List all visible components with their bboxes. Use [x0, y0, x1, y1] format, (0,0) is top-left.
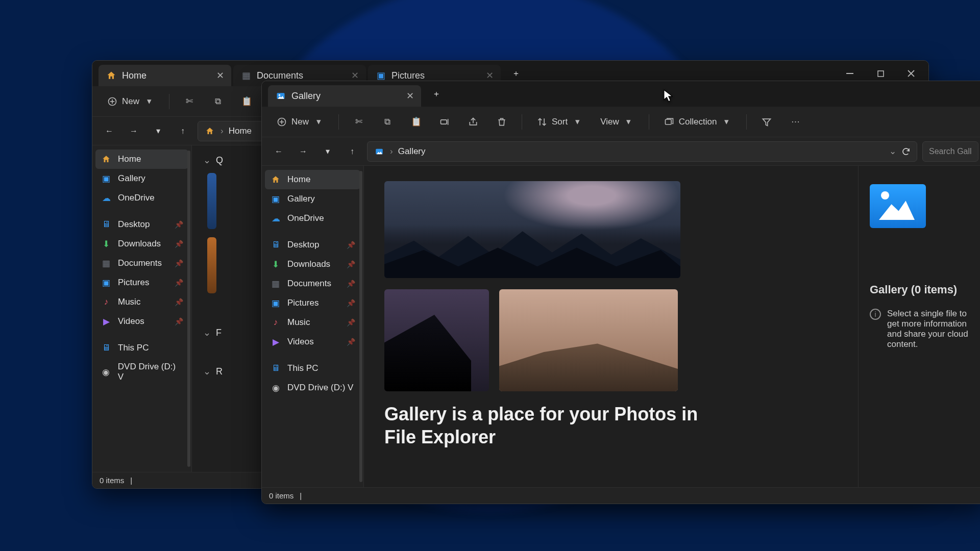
quick-access-thumb[interactable] [207, 173, 216, 229]
pin-icon[interactable]: 📌 [175, 240, 183, 248]
pin-icon[interactable]: 📌 [175, 298, 183, 306]
new-button[interactable]: New ▾ [271, 113, 329, 131]
sidebar-item-gallery[interactable]: ▣ Gallery [265, 189, 360, 209]
sidebar-item-videos[interactable]: ▶ Videos 📌 [265, 332, 360, 352]
sidebar-label: Music [118, 297, 140, 307]
sidebar-item-pictures[interactable]: ▣ Pictures 📌 [265, 293, 360, 313]
share-button[interactable] [462, 113, 484, 131]
sidebar-item-home[interactable]: Home [95, 149, 188, 169]
pin-icon[interactable]: 📌 [175, 259, 183, 267]
sidebar-item-dvd[interactable]: › ◉ DVD Drive (D:) V [95, 358, 188, 386]
forward-button[interactable]: → [293, 142, 313, 161]
sidebar-item-onedrive[interactable]: › ☁ OneDrive [265, 209, 360, 228]
gallery-headline: Gallery is a place for your Photos in Fi… [384, 403, 711, 448]
sidebar-label: DVD Drive (D:) V [118, 362, 183, 382]
sidebar-item-videos[interactable]: ▶ Videos 📌 [95, 312, 188, 331]
breadcrumb-root[interactable]: Gallery [398, 146, 426, 157]
sidebar-label: Gallery [287, 194, 315, 204]
sidebar-item-thispc[interactable]: › 🖥 This PC [265, 359, 360, 378]
copy-button[interactable]: ⧉ [377, 113, 398, 131]
sidebar-item-thispc[interactable]: › 🖥 This PC [95, 338, 188, 358]
sidebar-item-downloads[interactable]: ⬇ Downloads 📌 [95, 234, 188, 254]
status-bar: 0 items | [262, 487, 980, 504]
new-tab-button[interactable]: ＋ [427, 85, 446, 103]
chevron-down-icon[interactable]: ⌄ [203, 366, 211, 377]
view-label: View [600, 117, 619, 127]
tab-label: Documents [257, 70, 303, 81]
sidebar-scrollbar[interactable] [187, 151, 190, 467]
sidebar-scrollbar[interactable] [359, 171, 362, 482]
quick-access-thumb[interactable] [207, 237, 216, 293]
filter-button[interactable] [756, 113, 777, 131]
sidebar-label: Gallery [118, 173, 145, 184]
pin-icon[interactable]: 📌 [175, 220, 183, 229]
sidebar-item-documents[interactable]: ▦ Documents 📌 [265, 274, 360, 293]
titlebar[interactable]: Gallery ✕ ＋ [262, 81, 980, 107]
delete-button[interactable] [491, 113, 512, 131]
sidebar-item-home[interactable]: Home [265, 170, 360, 189]
address-bar[interactable]: › Gallery ⌄ [367, 141, 917, 162]
pin-icon[interactable]: 📌 [175, 317, 183, 325]
recent-locations-button[interactable]: ▾ [318, 142, 337, 161]
rename-button[interactable] [434, 113, 455, 131]
up-button[interactable]: ↑ [173, 121, 192, 141]
chevron-down-icon[interactable]: ⌄ [203, 327, 211, 338]
details-hint-text: Select a single file to get more informa… [887, 309, 974, 349]
cut-button[interactable]: ✄ [179, 93, 200, 110]
copy-button[interactable]: ⧉ [207, 93, 229, 110]
chevron-down-icon: ▾ [623, 116, 634, 128]
tab-gallery[interactable]: Gallery ✕ [268, 85, 421, 107]
tab-close-button[interactable]: ✕ [486, 70, 494, 81]
sidebar-item-downloads[interactable]: ⬇ Downloads 📌 [265, 255, 360, 274]
pin-icon[interactable]: 📌 [347, 338, 355, 346]
sort-button[interactable]: Sort ▾ [531, 113, 588, 131]
plus-circle-icon [276, 116, 287, 128]
new-button[interactable]: New ▾ [102, 93, 160, 110]
pin-icon[interactable]: 📌 [175, 279, 183, 287]
refresh-button[interactable] [901, 147, 911, 156]
new-tab-button[interactable]: ＋ [507, 64, 525, 83]
view-button[interactable]: View ▾ [595, 113, 640, 131]
sidebar-item-pictures[interactable]: ▣ Pictures 📌 [95, 273, 188, 292]
copy-icon: ⧉ [212, 96, 224, 107]
up-button[interactable]: ↑ [342, 142, 362, 161]
sidebar-item-music[interactable]: ♪ Music 📌 [265, 313, 360, 332]
gallery-large-icon [870, 184, 926, 228]
recent-locations-button[interactable]: ▾ [149, 121, 168, 141]
back-button[interactable]: ← [269, 142, 288, 161]
search-input[interactable]: Search Gall [922, 141, 978, 162]
desktop-icon: 🖥 [101, 219, 112, 230]
separator [522, 114, 522, 130]
back-button[interactable]: ← [100, 121, 119, 141]
chevron-down-icon[interactable]: ⌄ [203, 155, 211, 166]
sidebar-item-onedrive[interactable]: › ☁ OneDrive [95, 188, 188, 208]
pin-icon[interactable]: 📌 [347, 318, 355, 327]
pin-icon[interactable]: 📌 [347, 280, 355, 288]
paste-button[interactable]: 📋 [236, 93, 257, 110]
sidebar-item-desktop[interactable]: 🖥 Desktop 📌 [265, 235, 360, 255]
gallery-icon: ▣ [101, 173, 112, 184]
sidebar-item-documents[interactable]: ▦ Documents 📌 [95, 254, 188, 273]
svg-rect-12 [441, 119, 447, 123]
pin-icon[interactable]: 📌 [347, 241, 355, 249]
paste-button[interactable]: 📋 [405, 113, 427, 131]
more-button[interactable]: ⋯ [785, 113, 806, 131]
breadcrumb-root[interactable]: Home [229, 126, 252, 136]
tab-close-button[interactable]: ✕ [351, 70, 359, 81]
forward-button[interactable]: → [124, 121, 143, 141]
pin-icon[interactable]: 📌 [347, 299, 355, 307]
dvd-icon: ◉ [270, 382, 281, 393]
sidebar-item-gallery[interactable]: ▣ Gallery [95, 169, 188, 188]
tab-home[interactable]: Home ✕ [99, 65, 231, 86]
sidebar-item-dvd[interactable]: › ◉ DVD Drive (D:) V [265, 378, 360, 397]
sidebar-item-desktop[interactable]: 🖥 Desktop 📌 [95, 215, 188, 234]
sidebar-item-music[interactable]: ♪ Music 📌 [95, 292, 188, 312]
chevron-down-icon[interactable]: ⌄ [889, 146, 896, 157]
sidebar: Home ▣ Gallery › ☁ OneDrive 🖥 Desktop 📌 … [92, 145, 192, 472]
collection-button[interactable]: Collection ▾ [658, 113, 738, 131]
tab-close-button[interactable]: ✕ [406, 90, 414, 102]
tab-close-button[interactable]: ✕ [216, 70, 224, 81]
downloads-icon: ⬇ [270, 259, 281, 270]
cut-button[interactable]: ✄ [348, 113, 370, 131]
pin-icon[interactable]: 📌 [347, 260, 355, 268]
